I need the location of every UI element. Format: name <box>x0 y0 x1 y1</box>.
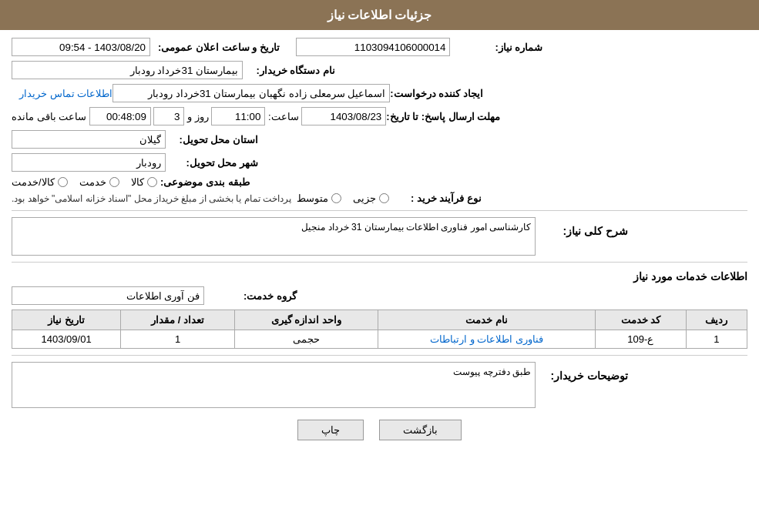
reply-remaining-input[interactable] <box>89 107 151 125</box>
category-option-kala-khedmat[interactable]: کالا/خدمت <box>12 176 68 188</box>
back-button[interactable]: بازگشت <box>379 420 462 440</box>
purchase-label-jozi: جزیی <box>353 192 376 204</box>
table-header-row: ردیف <box>686 310 747 330</box>
table-header-quantity: تعداد / مقدار <box>121 310 235 330</box>
request-number-label: شماره نیاز: <box>450 42 542 53</box>
province-input[interactable] <box>12 130 166 149</box>
purchase-type-label: نوع فرآیند خرید : <box>389 192 482 204</box>
reply-days-input[interactable] <box>153 107 184 125</box>
category-label: طبقه بندی موضوعی: <box>157 176 250 188</box>
public-announce-input[interactable] <box>12 38 150 56</box>
reply-time-label: ساعت: <box>268 111 299 122</box>
purchase-type-radio-group: جزیی متوسط <box>297 192 389 204</box>
province-label: استان محل تحویل: <box>166 134 258 146</box>
category-radio-kala-khedmat[interactable] <box>58 177 68 187</box>
city-label: شهر محل تحویل: <box>166 157 258 169</box>
reply-remaining-label: ساعت باقی مانده <box>12 111 86 122</box>
creator-label: ایجاد کننده درخواست: <box>390 88 483 99</box>
purchase-label-motavasset: متوسط <box>297 192 328 204</box>
reply-date-input[interactable] <box>301 107 386 125</box>
cell-code: ع-109 <box>595 330 686 349</box>
category-radio-khedmat[interactable] <box>109 177 119 187</box>
table-header-name: نام خدمت <box>378 310 596 330</box>
buttons-row: بازگشت چاپ <box>12 420 747 440</box>
buyer-unit-input[interactable] <box>12 61 243 79</box>
table-row: 1 ع-109 فناوری اطلاعات و ارتباطات حجمی 1… <box>12 330 747 349</box>
description-textarea[interactable] <box>12 217 536 256</box>
purchase-type-motavasset[interactable]: متوسط <box>297 192 341 204</box>
reply-days-label: روز و <box>187 111 209 122</box>
cell-unit: حجمی <box>234 330 378 349</box>
divider-3 <box>12 355 747 356</box>
creator-input[interactable] <box>113 84 390 102</box>
purchase-type-desc: پرداخت تمام یا بخشی از مبلغ خریداز محل "… <box>12 193 291 204</box>
category-label-kala: کالا <box>131 176 144 188</box>
page-title: جزئیات اطلاعات نیاز <box>0 0 759 30</box>
reply-time-input[interactable] <box>211 107 265 125</box>
divider-2 <box>12 262 747 263</box>
table-header-date: تاریخ نیاز <box>12 310 121 330</box>
purchase-radio-jozi[interactable] <box>379 193 389 203</box>
category-label-kala-khedmat: کالا/خدمت <box>12 176 55 188</box>
service-group-input[interactable] <box>12 286 204 305</box>
table-header-code: کد خدمت <box>595 310 686 330</box>
table-header-unit: واحد اندازه گیری <box>234 310 378 330</box>
services-table: ردیف کد خدمت نام خدمت واحد اندازه گیری ت… <box>12 309 747 349</box>
category-option-kala[interactable]: کالا <box>131 176 157 188</box>
public-announce-label: تاریخ و ساعت اعلان عمومی: <box>158 42 280 53</box>
description-label: شرح کلی نیاز: <box>536 225 628 237</box>
cell-name: فناوری اطلاعات و ارتباطات <box>378 330 596 349</box>
category-option-khedmat[interactable]: خدمت <box>79 176 119 188</box>
buyer-notes-label: توضیحات خریدار: <box>536 370 628 382</box>
purchase-type-jozi[interactable]: جزیی <box>353 192 389 204</box>
category-label-khedmat: خدمت <box>79 176 106 188</box>
contact-link[interactable]: اطلاعات تماس خریدار <box>19 88 113 99</box>
service-group-label: گروه خدمت: <box>204 290 297 302</box>
divider-1 <box>12 210 747 211</box>
cell-row: 1 <box>686 330 747 349</box>
request-number-input[interactable] <box>296 38 450 56</box>
cell-date: 1403/09/01 <box>12 330 121 349</box>
category-radio-kala[interactable] <box>147 177 157 187</box>
city-input[interactable] <box>12 153 166 172</box>
reply-deadline-label: مهلت ارسال پاسخ: تا تاریخ: <box>386 111 500 122</box>
purchase-radio-motavasset[interactable] <box>331 193 341 203</box>
buyer-unit-label: نام دستگاه خریدار: <box>243 65 335 76</box>
print-button[interactable]: چاپ <box>297 420 364 440</box>
services-section-label: اطلاعات خدمات مورد نیاز <box>12 270 747 283</box>
buyer-notes-textarea[interactable] <box>12 362 536 408</box>
category-radio-group: کالا خدمت کالا/خدمت <box>12 176 157 188</box>
cell-quantity: 1 <box>121 330 235 349</box>
